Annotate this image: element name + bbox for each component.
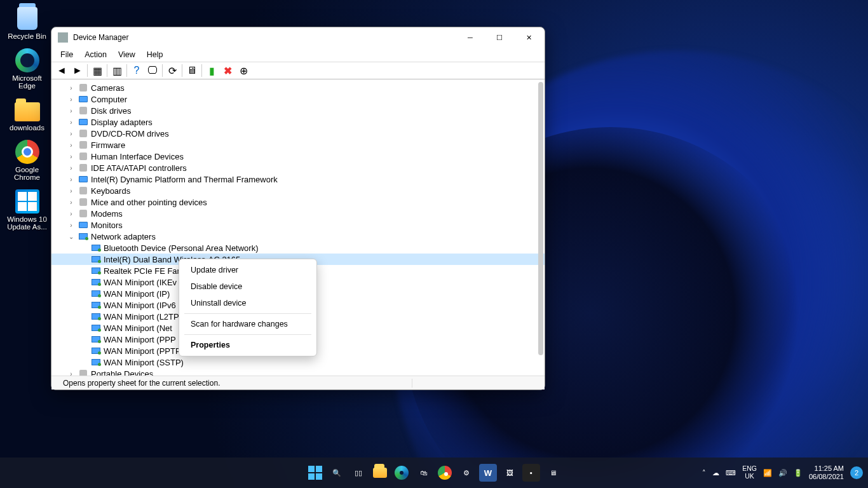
tree-node-label: Disk drives [91,106,132,116]
chevron-right-icon[interactable]: › [67,130,76,137]
close-button[interactable]: ✕ [514,27,543,48]
neti-icon [91,278,101,287]
terminal-button[interactable]: ▪ [522,464,540,482]
chevron-right-icon[interactable]: › [67,187,76,194]
minimize-button[interactable]: ─ [456,27,485,48]
chevron-right-icon[interactable]: › [67,165,76,172]
tree-node[interactable]: ›Monitors [51,219,545,231]
tree-node[interactable]: ›Keyboards [51,185,545,196]
tree-node-label: Bluetooth Device (Personal Area Network) [104,243,259,253]
windows-update-icon [15,189,40,214]
chevron-right-icon[interactable]: › [67,176,76,183]
context-menu-item[interactable]: Disable device [179,278,316,295]
tree-child-node[interactable]: WAN Miniport (SSTP) [51,356,545,368]
folder-icon [15,97,40,123]
taskview-button[interactable]: ▯▯ [349,464,367,482]
tree-node[interactable]: ›Display adapters [51,116,545,128]
chevron-right-icon[interactable]: › [67,210,76,217]
enable-device-button[interactable]: ▮ [204,63,219,78]
menu-help[interactable]: Help [142,49,168,60]
gen-icon [78,186,88,195]
chrome-taskbar-button[interactable] [436,464,454,482]
context-menu-item[interactable]: Update driver [179,262,316,278]
neti-icon [91,266,101,275]
wifi-icon[interactable]: 📶 [763,469,772,477]
desktop-icon-recycle-bin[interactable]: Recycle Bin [3,3,51,45]
onedrive-icon[interactable]: ☁ [712,469,719,477]
scan-hardware-button[interactable]: 🖥 [184,63,200,78]
language-indicator[interactable]: ENG UK [742,465,757,480]
tray-chevron-icon[interactable]: ˄ [702,469,706,477]
chevron-right-icon[interactable]: › [67,119,76,126]
maximize-button[interactable]: ☐ [485,27,514,48]
desktop-icon-edge[interactable]: Microsoft Edge [3,45,51,95]
search-button[interactable]: 🔍 [328,464,346,482]
tree-node[interactable]: ›IDE ATA/ATAPI controllers [51,162,545,173]
keyboard-icon[interactable]: ⌨ [726,469,736,477]
explorer-button[interactable] [371,464,389,482]
tree-node[interactable]: ›Firmware [51,139,545,151]
monitor-button[interactable]: 🖵 [145,63,160,78]
neti-icon [91,289,101,298]
settings-button[interactable]: ⚙ [458,464,475,482]
tree-node[interactable]: ›Human Interface Devices [51,151,545,162]
scrollbar-thumb[interactable] [538,82,543,355]
recycle-bin-icon [15,6,40,31]
chevron-right-icon[interactable]: › [67,85,76,92]
back-button[interactable]: ◄ [54,63,69,78]
update-driver-button[interactable]: ⟳ [165,63,180,78]
add-legacy-button[interactable]: ⊕ [236,63,251,78]
tree-node[interactable]: ›Computer [51,93,545,105]
chevron-right-icon[interactable]: › [67,153,76,160]
clock-time: 11:25 AM [809,464,844,473]
app-button[interactable]: 🖼 [501,464,519,482]
chevron-right-icon[interactable]: › [67,107,76,114]
toolbar-separator [87,64,88,77]
desktop-icon-chrome[interactable]: Google Chrome [3,137,51,186]
tree-node[interactable]: ⌄Network adapters [51,231,545,242]
volume-icon[interactable]: 🔊 [778,469,787,477]
show-hidden-button[interactable]: ▦ [90,63,105,78]
chevron-down-icon[interactable]: ⌄ [67,233,76,240]
tree-node[interactable]: ›Modems [51,208,545,219]
chevron-right-icon[interactable]: › [67,96,76,103]
device-manager-taskbar-button[interactable]: 🖥 [544,464,562,482]
tree-node[interactable]: ›Cameras [51,82,545,93]
notification-badge[interactable]: 2 [850,466,863,479]
app-icon [58,32,68,43]
tree-node[interactable]: ›Portable Devices [51,368,545,376]
desktop-icon-downloads[interactable]: downloads [3,95,51,137]
store-button[interactable]: 🛍 [414,464,432,482]
chevron-right-icon[interactable]: › [67,222,76,229]
device-tree[interactable]: ›Cameras›Computer›Disk drives›Display ad… [51,79,545,376]
start-button[interactable] [306,464,324,482]
forward-button[interactable]: ► [70,63,85,78]
clock[interactable]: 11:25 AM 06/08/2021 [809,464,844,481]
help-button[interactable]: ? [129,63,144,78]
menu-action[interactable]: Action [79,49,112,60]
menu-view[interactable]: View [113,49,140,60]
properties-button[interactable]: ▥ [109,63,125,78]
chevron-right-icon[interactable]: › [67,199,76,206]
mon-icon [78,95,88,104]
titlebar[interactable]: Device Manager ─ ☐ ✕ [51,27,545,48]
context-menu-separator [184,313,311,314]
uninstall-device-button[interactable]: ✖ [220,63,235,78]
chevron-right-icon[interactable]: › [67,142,76,149]
tree-node[interactable]: ›DVD/CD-ROM drives [51,128,545,139]
tree-child-node[interactable]: Bluetooth Device (Personal Area Network) [51,242,545,254]
edge-taskbar-button[interactable] [393,464,410,482]
word-button[interactable]: W [479,464,497,482]
desktop-icons: Recycle Bin Microsoft Edge downloads Goo… [3,3,54,236]
context-menu-item[interactable]: Scan for hardware changes [179,316,316,332]
chevron-right-icon[interactable]: › [67,370,76,376]
tree-node[interactable]: ›Disk drives [51,105,545,116]
tree-node[interactable]: ›Intel(R) Dynamic Platform and Thermal F… [51,173,545,185]
context-menu-item[interactable]: Uninstall device [179,295,316,311]
battery-icon[interactable]: 🔋 [794,469,803,477]
context-menu-item[interactable]: Properties [179,337,316,353]
toolbar-separator [107,64,107,77]
desktop-icon-update-assistant[interactable]: Windows 10 Update As... [3,186,51,236]
tree-node[interactable]: ›Mice and other pointing devices [51,196,545,208]
menu-file[interactable]: File [55,49,78,60]
